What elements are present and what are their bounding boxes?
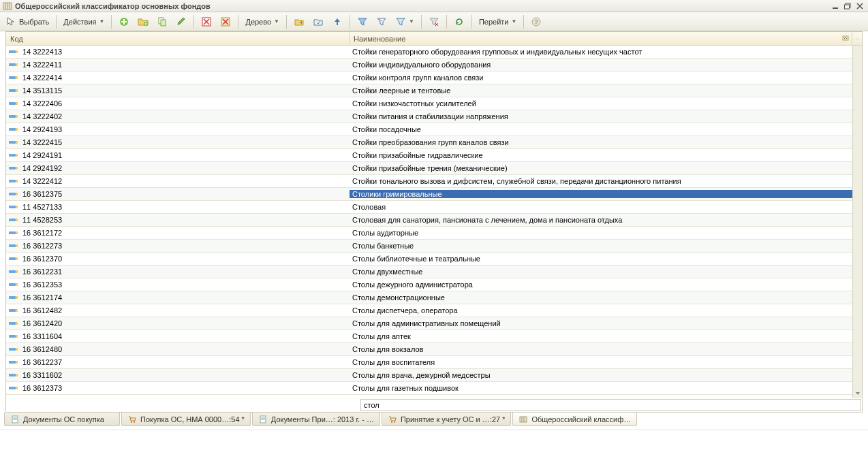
row-item-icon [9,49,18,54]
minimize-button[interactable] [830,1,841,11]
svg-rect-27 [16,102,18,105]
table-row[interactable]: 16 3612420Столы для административных пом… [6,317,862,330]
table-row[interactable]: 14 3222406Стойки низкочастотных усилител… [6,97,862,110]
table-row[interactable]: 14 3513115Стойки леерные и тентовые [6,84,862,97]
svg-rect-43 [16,206,18,208]
window-tab[interactable]: Документы При…: 2013 г. - … [252,413,380,426]
svg-point-80 [391,421,392,423]
svg-rect-35 [16,154,18,157]
scroll-down-icon[interactable] [853,389,863,398]
select-button[interactable]: Выбрать [3,14,52,29]
delete-mark-icon [201,16,212,27]
table-row[interactable]: 14 3222402Стойки питания и стабилизации … [6,110,862,123]
window-tab[interactable]: Общероссийский классиф… [512,413,637,426]
table-row[interactable]: 11 4527133Столовая [6,201,862,214]
clear-filter-button[interactable] [425,14,443,29]
table-row[interactable]: 16 3311604Столы для аптек [6,330,862,343]
scroll-up-button[interactable] [852,32,862,45]
cell-name: Столы аудиторные [350,229,862,237]
up-level-icon [332,16,343,27]
cell-code: 14 3222411 [6,61,350,69]
table-row[interactable]: 14 2924191Стойки призабойные гидравличес… [6,149,862,162]
table-row[interactable]: 16 3612370Столы библиотечные и театральн… [6,253,862,266]
name-text: Стойки призабойные трения (механические) [352,164,508,172]
cell-name: Столы для аптек [350,332,862,340]
tab-label: Документы При…: 2013 г. - … [271,415,374,423]
cell-code: 11 4527133 [6,203,350,211]
table-row[interactable]: 14 3222411Стойки индивидуального оборудо… [6,59,862,71]
top-level-button[interactable] [328,14,346,29]
tree-button[interactable]: Дерево ▼ [242,14,283,29]
table-row[interactable]: 14 3222412Стойки тонального вызова и диф… [6,175,862,188]
cart-icon [388,415,397,424]
column-name[interactable]: Наименование [350,32,852,45]
window-tab[interactable]: Покупка ОС, НМА 0000…:54 * [121,413,251,426]
scroll-up-icon[interactable] [853,46,863,55]
svg-rect-44 [9,219,16,221]
table-row[interactable]: 16 3612174Столы демонстрационные [6,291,862,304]
table-row[interactable]: 14 3222415Стойки преобразования групп ка… [6,136,862,149]
goto-button[interactable]: Перейти ▼ [476,14,521,29]
table-header: Код Наименование [6,32,862,46]
quick-search-box[interactable] [360,399,861,411]
row-item-icon [9,178,18,184]
delete-button[interactable] [217,14,234,29]
delete-mark-button[interactable] [198,14,215,29]
table-row[interactable]: 16 3612482Столы диспетчера, оператора [6,304,862,317]
table-row[interactable]: 14 2924192Стойки призабойные трения (мех… [6,162,862,175]
svg-rect-61 [16,322,18,325]
cell-code: 16 3612482 [6,306,350,315]
cell-code: 16 3612373 [6,384,350,392]
move-button[interactable] [290,14,308,29]
cell-name: Столы для врача, дежурной медсестры [350,371,862,379]
row-item-icon [9,75,18,80]
column-code[interactable]: Код [6,32,350,45]
copy-button[interactable] [153,14,171,29]
svg-rect-29 [16,115,18,118]
close-button[interactable] [854,1,865,11]
filter-by-value-button[interactable] [354,14,371,29]
table-row[interactable]: 16 3612231Столы двухместные [6,266,862,278]
select-label: Выбрать [19,18,49,26]
table-row[interactable]: 11 4528253Столовая для санатория, пансио… [6,214,862,227]
table-row[interactable]: 16 3612237Столы для воспитателя [6,356,862,369]
cell-name: Столы библиотечные и театральные [350,255,862,263]
table-row[interactable]: 16 3311602Столы для врача, дежурной медс… [6,369,862,382]
delete-icon [220,16,231,27]
name-text: Столы двухместные [352,268,422,276]
table-row[interactable]: 14 3222413Стойки генераторного оборудова… [6,46,862,59]
cell-code: 16 3612172 [6,229,350,237]
vertical-scrollbar[interactable] [852,46,862,398]
table-row[interactable]: 16 3612172Столы аудиторные [6,227,862,240]
window-tab[interactable]: Принятие к учету ОС и …:27 * [382,413,512,426]
help-button[interactable]: ? [527,14,545,29]
row-item-icon [9,359,18,365]
add-button[interactable] [115,14,133,29]
name-text: Столы диспетчера, оператора [352,306,458,315]
table-row[interactable]: 16 3612373Столы для газетных подшивок [6,382,862,395]
name-text: Столы для аптек [352,332,411,340]
svg-rect-37 [16,167,18,170]
history-button[interactable] [373,14,390,29]
filter-settings-button[interactable]: ▼ [392,14,418,29]
row-item-icon [9,204,18,210]
window-tab[interactable]: Документы ОС покупка [4,413,120,426]
table-row[interactable]: 16 3612353Столы дежурного администратора [6,278,862,291]
find-in-folder-button[interactable] [309,14,327,29]
quick-search-input[interactable] [364,401,858,409]
edit-button[interactable] [172,14,190,29]
refresh-button[interactable] [450,14,468,29]
table-row[interactable]: 16 3612375Столики гримировальные [6,188,862,201]
cell-code: 14 3222402 [6,112,350,120]
actions-button[interactable]: Действия ▼ [60,14,108,29]
name-text: Столы для воспитателя [352,358,435,366]
restore-button[interactable] [842,1,853,11]
table-row[interactable]: 14 2924193Стойки посадочные [6,123,862,136]
table-row[interactable]: 14 3222414Стойки контроля групп каналов … [6,71,862,84]
funnel-gear-icon [395,16,406,27]
add-group-button[interactable] [134,14,152,29]
table-row[interactable]: 16 3612273Столы банкетные [6,240,862,253]
svg-rect-67 [16,361,18,364]
table-row[interactable]: 16 3612480Столы для вокзалов [6,343,862,356]
code-text: 14 2924193 [22,125,62,133]
